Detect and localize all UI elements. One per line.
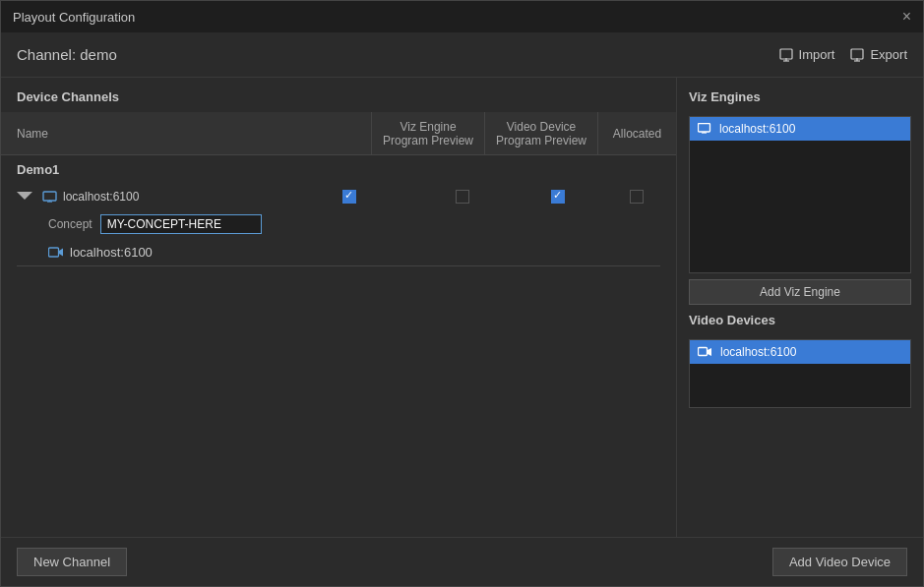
monitor-icon (698, 123, 711, 135)
video-device-checked-checkbox[interactable] (551, 190, 565, 204)
add-video-device-button[interactable]: Add Video Device (772, 548, 907, 576)
col-allocated-header: Allocated (597, 112, 676, 154)
import-button[interactable]: Import (779, 47, 835, 62)
close-button[interactable]: × (902, 9, 911, 25)
subtree-host-label: localhost:6100 (70, 245, 153, 260)
svg-rect-3 (851, 49, 863, 59)
list-item[interactable]: localhost:6100 (690, 340, 910, 364)
svg-rect-14 (699, 348, 708, 356)
dialog-title: Playout Configuration (13, 10, 135, 25)
concept-label: Concept (48, 217, 92, 231)
content-area: Device Channels Name Viz Engine Program … (1, 78, 923, 537)
allocated-dark-checkbox[interactable] (630, 190, 644, 204)
dialog: Playout Configuration × Channel: demo Im… (0, 0, 924, 587)
viz-engines-title: Viz Engines (689, 89, 911, 104)
export-button[interactable]: Export (850, 47, 907, 62)
header-actions: Import Export (779, 47, 907, 62)
svg-rect-0 (780, 49, 792, 59)
host-label: localhost:6100 (63, 190, 139, 204)
concept-row: Concept (1, 210, 676, 238)
svg-rect-9 (49, 248, 59, 257)
video-devices-list: localhost:6100 (689, 339, 911, 408)
table-row: localhost:6100 (1, 183, 676, 210)
export-icon (850, 48, 864, 62)
expand-icon[interactable] (17, 192, 32, 205)
footer-right: Add Video Device (772, 548, 907, 576)
footer: New Channel Add Video Device (1, 537, 923, 586)
group-row-demo1: Demo1 (1, 155, 676, 183)
group-name-demo1: Demo1 (17, 162, 59, 177)
device-channels-title: Device Channels (1, 78, 676, 112)
right-panel: Viz Engines localhost:6100 Add Viz Engin… (677, 78, 923, 537)
table-divider (17, 265, 660, 266)
import-icon (779, 48, 793, 62)
export-label: Export (870, 47, 907, 62)
new-channel-button[interactable]: New Channel (17, 548, 127, 576)
video-device-cell (405, 190, 519, 204)
host-row-name: localhost:6100 (1, 186, 292, 208)
allocated-cell-host (519, 190, 597, 204)
svg-marker-15 (708, 348, 711, 356)
left-panel: Device Channels Name Viz Engine Program … (1, 78, 677, 537)
viz-engines-section: Viz Engines localhost:6100 Add Viz Engin… (689, 89, 911, 305)
subtree-row: localhost:6100 (1, 238, 676, 265)
col-video-device-header: Video Device Program Preview (484, 112, 597, 154)
import-label: Import (799, 47, 835, 62)
list-item[interactable]: localhost:6100 (690, 117, 910, 141)
viz-engines-list: localhost:6100 (689, 116, 911, 273)
title-bar: Playout Configuration × (1, 1, 923, 32)
table-header: Name Viz Engine Program Preview Video De… (1, 112, 676, 155)
viz-engine-checked-checkbox[interactable] (342, 190, 356, 204)
svg-rect-6 (43, 192, 56, 201)
svg-rect-11 (699, 124, 710, 133)
video-icon (698, 346, 712, 358)
video-devices-section: Video Devices localhost:6100 (689, 313, 911, 408)
device-channels-table: Name Viz Engine Program Preview Video De… (1, 112, 676, 537)
footer-left: New Channel (17, 548, 127, 576)
col-viz-engine-header: Viz Engine Program Preview (371, 112, 484, 154)
channel-header: Channel: demo Import Export (1, 32, 923, 78)
viz-engine-item-label: localhost:6100 (719, 122, 795, 136)
video-devices-title: Video Devices (689, 313, 911, 327)
col-name-header: Name (1, 112, 371, 154)
concept-input[interactable] (100, 214, 262, 234)
video-icon (48, 246, 64, 259)
viz-engine-dark-checkbox[interactable] (456, 190, 469, 204)
monitor-icon (42, 191, 57, 204)
add-viz-engine-button[interactable]: Add Viz Engine (689, 279, 911, 305)
channel-title: Channel: demo (17, 46, 117, 63)
viz-engine-cell (292, 190, 405, 204)
svg-marker-10 (59, 248, 63, 256)
video-device-item-label: localhost:6100 (720, 345, 796, 359)
table-body: Demo1 localhost:6100 (1, 155, 676, 537)
